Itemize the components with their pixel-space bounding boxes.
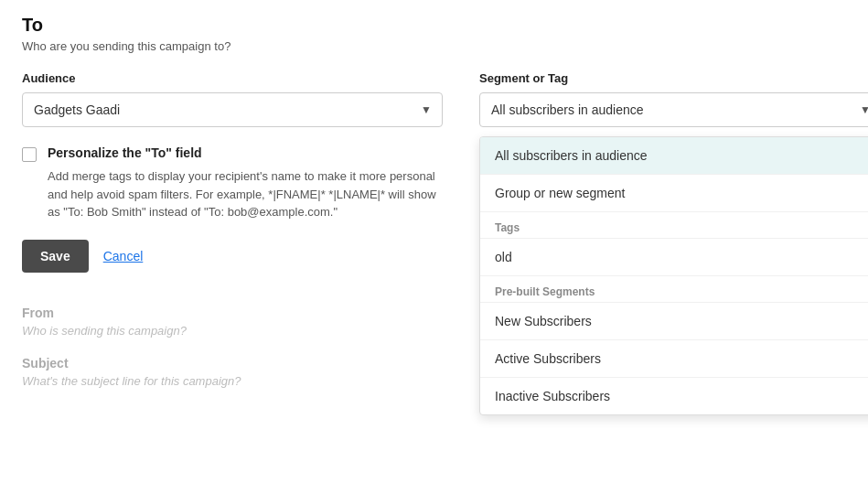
personalize-checkbox[interactable] — [22, 147, 37, 162]
personalize-label: Personalize the "To" field — [48, 145, 443, 160]
audience-label: Audience — [22, 71, 443, 85]
dropdown-category: Tags — [480, 212, 868, 239]
dropdown-item[interactable]: Inactive Subscribers — [480, 378, 868, 414]
dropdown-item[interactable]: Active Subscribers — [480, 340, 868, 378]
dropdown-item[interactable]: old — [480, 239, 868, 276]
from-placeholder: Who is sending this campaign? — [22, 324, 443, 338]
save-button[interactable]: Save — [22, 240, 89, 273]
segment-dropdown-menu: All subscribers in audienceGroup or new … — [479, 136, 868, 415]
dropdown-item[interactable]: Group or new segment — [480, 175, 868, 212]
segment-select[interactable]: All subscribers in audience — [479, 92, 868, 127]
from-label: From — [22, 306, 443, 320]
dropdown-category: Pre-built Segments — [480, 276, 868, 303]
personalize-desc: Add merge tags to display your recipient… — [48, 167, 443, 221]
dropdown-item[interactable]: All subscribers in audience — [480, 137, 868, 175]
audience-select[interactable]: Gadgets Gaadi — [22, 92, 443, 127]
subject-placeholder: What's the subject line for this campaig… — [22, 374, 443, 388]
cancel-button[interactable]: Cancel — [103, 249, 144, 263]
subject-label: Subject — [22, 356, 443, 370]
dropdown-item[interactable]: New Subscribers — [480, 303, 868, 340]
page-title: To — [22, 15, 846, 36]
segment-label: Segment or Tag — [479, 71, 868, 85]
page-subtitle: Who are you sending this campaign to? — [22, 39, 846, 53]
